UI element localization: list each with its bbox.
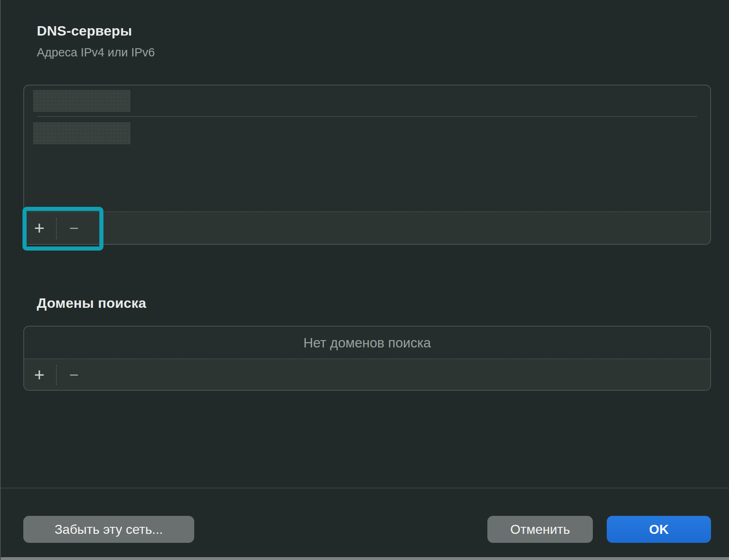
search-domains-list[interactable]: Нет доменов поиска + − <box>23 326 711 391</box>
search-domains-list-toolbar: + − <box>24 358 710 390</box>
cancel-button[interactable]: Отменить <box>487 516 593 543</box>
dns-section-title: DNS-серверы <box>37 23 132 39</box>
search-domains-remove-button[interactable]: − <box>63 359 85 390</box>
window-bottom-edge <box>1 557 729 560</box>
dns-add-button[interactable]: + <box>28 212 51 244</box>
dns-section-subtitle: Адреса IPv4 или IPv6 <box>37 46 155 59</box>
footer-separator <box>1 488 729 488</box>
dns-list-toolbar: + − <box>24 211 710 244</box>
dns-server-entry-redacted[interactable] <box>33 90 130 112</box>
dns-remove-button[interactable]: − <box>63 212 85 244</box>
list-row-divider <box>37 116 697 117</box>
forget-network-button[interactable]: Забыть эту сеть... <box>23 516 194 543</box>
dns-settings-dialog: DNS-серверы Адреса IPv4 или IPv6 + − Дом… <box>0 0 729 560</box>
ok-button[interactable]: OK <box>607 516 711 543</box>
dns-servers-list[interactable]: + − <box>23 85 711 245</box>
toolbar-divider <box>56 218 57 239</box>
search-domains-add-button[interactable]: + <box>28 359 51 390</box>
search-domains-section-title: Домены поиска <box>37 295 146 311</box>
search-domains-empty-placeholder: Нет доменов поиска <box>303 335 431 351</box>
dns-server-entry-redacted[interactable] <box>33 122 130 144</box>
search-domains-empty-row: Нет доменов поиска <box>24 327 710 359</box>
toolbar-divider <box>56 365 57 385</box>
